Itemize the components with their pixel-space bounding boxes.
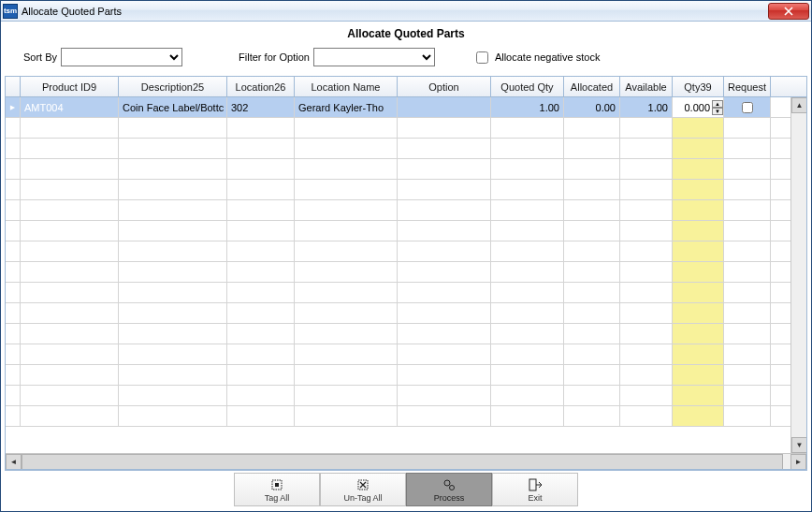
- close-button[interactable]: [768, 3, 809, 20]
- cell[interactable]: [620, 303, 673, 323]
- cell[interactable]: [724, 386, 771, 405]
- cell[interactable]: [227, 344, 295, 364]
- cell[interactable]: [295, 324, 398, 344]
- cell[interactable]: [398, 200, 491, 220]
- scroll-thumb[interactable]: [22, 454, 783, 470]
- cell[interactable]: [620, 365, 673, 385]
- table-row[interactable]: [6, 180, 806, 200]
- cell[interactable]: [724, 180, 771, 199]
- cell[interactable]: [119, 406, 227, 426]
- filter-option-select[interactable]: [313, 48, 435, 66]
- cell[interactable]: [227, 406, 295, 426]
- cell[interactable]: [119, 365, 227, 385]
- cell[interactable]: [6, 118, 21, 138]
- cell[interactable]: [620, 262, 673, 282]
- cell[interactable]: [673, 283, 724, 302]
- cell[interactable]: [564, 365, 620, 385]
- sort-by-select[interactable]: [61, 48, 182, 66]
- table-row[interactable]: [6, 139, 806, 159]
- cell[interactable]: [21, 221, 119, 241]
- cell[interactable]: [227, 159, 295, 179]
- cell[interactable]: [724, 344, 771, 364]
- cell[interactable]: [564, 200, 620, 220]
- cell[interactable]: [673, 180, 724, 199]
- cell[interactable]: [724, 303, 771, 323]
- table-row[interactable]: [6, 221, 806, 241]
- cell[interactable]: [398, 221, 491, 241]
- table-row[interactable]: [6, 262, 806, 283]
- col-description[interactable]: Description25: [119, 77, 227, 96]
- cell[interactable]: [398, 241, 491, 261]
- table-row[interactable]: [6, 200, 806, 221]
- cell[interactable]: [491, 303, 564, 323]
- cell[interactable]: [119, 241, 227, 261]
- cell[interactable]: [21, 406, 119, 426]
- cell[interactable]: [620, 386, 673, 405]
- cell[interactable]: [491, 283, 564, 302]
- cell[interactable]: [119, 221, 227, 241]
- cell[interactable]: [295, 344, 398, 364]
- cell[interactable]: [295, 159, 398, 179]
- cell[interactable]: [564, 159, 620, 179]
- cell[interactable]: [398, 386, 491, 405]
- allocate-negative-stock-checkbox[interactable]: [476, 51, 488, 64]
- cell[interactable]: [620, 139, 673, 158]
- table-row[interactable]: [6, 303, 806, 324]
- cell[interactable]: [21, 365, 119, 385]
- cell[interactable]: [6, 324, 21, 344]
- cell[interactable]: [620, 118, 673, 138]
- cell[interactable]: [295, 200, 398, 220]
- cell[interactable]: [620, 406, 673, 426]
- cell[interactable]: [491, 365, 564, 385]
- cell[interactable]: [119, 303, 227, 323]
- col-allocated[interactable]: Allocated: [564, 77, 620, 96]
- cell[interactable]: [398, 324, 491, 344]
- cell[interactable]: [673, 221, 724, 241]
- process-button[interactable]: Process: [406, 473, 492, 506]
- cell[interactable]: [6, 139, 21, 158]
- cell[interactable]: [398, 159, 491, 179]
- cell[interactable]: [21, 262, 119, 282]
- cell[interactable]: [6, 365, 21, 385]
- col-location-name[interactable]: Location Name: [295, 77, 398, 96]
- cell[interactable]: [564, 180, 620, 199]
- cell[interactable]: [724, 241, 771, 261]
- cell[interactable]: [673, 406, 724, 426]
- cell[interactable]: [6, 221, 21, 241]
- cell[interactable]: [724, 221, 771, 241]
- col-product-id[interactable]: Product ID9: [21, 77, 119, 96]
- cell[interactable]: [673, 344, 724, 364]
- cell[interactable]: [6, 303, 21, 323]
- cell[interactable]: [6, 386, 21, 405]
- cell[interactable]: [295, 386, 398, 405]
- cell[interactable]: [119, 159, 227, 179]
- cell[interactable]: [724, 406, 771, 426]
- cell[interactable]: [564, 262, 620, 282]
- cell[interactable]: [6, 159, 21, 179]
- col-quoted-qty[interactable]: Quoted Qty: [491, 77, 564, 96]
- cell[interactable]: [227, 221, 295, 241]
- cell[interactable]: [724, 365, 771, 385]
- cell[interactable]: [491, 344, 564, 364]
- cell[interactable]: [620, 180, 673, 199]
- table-row[interactable]: [6, 406, 806, 427]
- cell[interactable]: [564, 241, 620, 261]
- cell[interactable]: [227, 365, 295, 385]
- cell[interactable]: 0.00: [564, 97, 620, 117]
- cell[interactable]: [227, 324, 295, 344]
- tag-all-button[interactable]: Tag All: [234, 473, 320, 506]
- cell[interactable]: [6, 180, 21, 199]
- cell[interactable]: [6, 200, 21, 220]
- cell[interactable]: [491, 159, 564, 179]
- table-row[interactable]: [6, 283, 806, 303]
- cell[interactable]: [119, 139, 227, 158]
- cell[interactable]: [620, 324, 673, 344]
- cell[interactable]: [673, 262, 724, 282]
- cell[interactable]: [491, 324, 564, 344]
- cell[interactable]: [620, 241, 673, 261]
- cell[interactable]: 1.00: [491, 97, 564, 117]
- exit-button[interactable]: Exit: [492, 473, 578, 506]
- col-request[interactable]: Request: [724, 77, 771, 96]
- table-row[interactable]: [6, 344, 806, 365]
- table-row[interactable]: [6, 118, 806, 139]
